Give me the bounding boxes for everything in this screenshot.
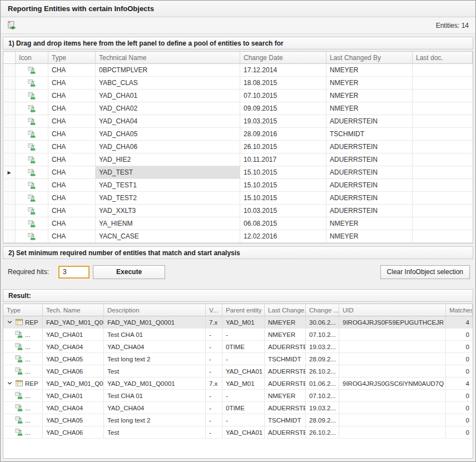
result-section-header: Result: — [3, 289, 473, 302]
type-cell: CHA — [48, 115, 96, 127]
execute-button[interactable]: Execute — [93, 265, 165, 279]
technical-name-cell: YAD_TEST1 — [96, 179, 240, 191]
cha-flask-icon — [28, 130, 36, 138]
result-child-row[interactable]: ...YAD_CHA04YAD_CHA04-0TIMEADUERRSTE...1… — [3, 402, 473, 414]
change-date-cell: 26.10.2... — [306, 365, 339, 377]
result-header-last-changed[interactable]: Last Change... — [265, 304, 306, 316]
result-table: Type Tech. Name Description V... Parent … — [3, 304, 473, 459]
cha-flask-icon — [28, 66, 36, 74]
type-label: REP — [25, 380, 38, 387]
result-header-matches[interactable]: Matches — [446, 304, 473, 316]
pool-table-row[interactable]: CHAYAD_CHA0528.09.2016TSCHMIDT — [3, 128, 473, 141]
pool-table-row[interactable]: CHAYAD_CHA0419.03.2015ADUERRSTEIN — [3, 115, 473, 128]
report-icon — [15, 318, 23, 326]
technical-name-cell: YAD_CHA01 — [96, 90, 240, 102]
pool-table-row[interactable]: ▶CHAYAD_TEST15.10.2015ADUERRSTEIN — [3, 166, 473, 179]
cha-flask-icon — [28, 207, 36, 215]
uid-cell: 9IROG4JRJS0F59EPUGUTHCEJR — [339, 316, 446, 328]
result-header-description[interactable]: Description — [104, 304, 206, 316]
result-section: Result: Type Tech. Name Description V...… — [1, 286, 475, 461]
description-cell: Test long text 2 — [104, 414, 206, 426]
pool-table-header-row: Icon Type Technical Name Change Date Las… — [3, 52, 473, 64]
cha-flask-icon — [15, 404, 23, 412]
type-cell: REP — [3, 316, 43, 328]
pool-header-last-changed-by[interactable]: Last Changed By — [326, 52, 413, 63]
pool-table-row[interactable]: CHA0BPCTMPLVER17.12.2014NMEYER — [3, 64, 473, 77]
pool-table-row[interactable]: CHAYAD_TEST115.10.2015ADUERRSTEIN — [3, 179, 473, 192]
pool-header-last-doc[interactable]: Last doc. — [413, 52, 473, 63]
cha-flask-icon — [28, 143, 36, 151]
last-changed-by-cell: ADUERRSTEIN — [326, 205, 413, 217]
version-cell: - — [206, 402, 222, 414]
required-hits-input[interactable] — [58, 266, 90, 279]
pool-table-row[interactable]: CHAYAD_CHA0107.10.2015NMEYER — [3, 90, 473, 102]
cha-flask-icon — [28, 181, 36, 190]
version-cell: - — [206, 390, 222, 401]
pool-header-type[interactable]: Type — [48, 52, 96, 63]
result-header-version[interactable]: V... — [206, 304, 222, 316]
result-child-row[interactable]: ...YAD_CHA04YAD_CHA04-0TIMEADUERRSTE...1… — [3, 341, 473, 353]
pool-section-header: 1) Drag and drop items here from the lef… — [3, 37, 473, 49]
pool-table-row[interactable]: CHAYAD_CHA0626.10.2015ADUERRSTEIN — [3, 141, 473, 153]
result-child-row[interactable]: ...YAD_CHA06Test-YAD_CHA01ADUERRSTE...26… — [3, 365, 473, 377]
pool-table-row[interactable]: CHAYA_HIENM06.08.2015NMEYER — [3, 217, 473, 230]
result-header-uid[interactable]: UID — [339, 304, 446, 316]
matches-cell: 0 — [446, 353, 473, 365]
last-changed-by-cell: ADUERRSTE... — [265, 402, 306, 414]
result-child-row[interactable]: ...YAD_CHA05Test long text 2--TSCHMIDT28… — [3, 414, 473, 426]
pool-section-title: 1) Drag and drop items here from the lef… — [8, 39, 284, 47]
pool-table-row[interactable]: CHAYAD_XXLT310.03.2015ADUERRSTEIN — [3, 205, 473, 217]
cha-flask-icon — [28, 105, 36, 113]
pool-header-technical-name[interactable]: Technical Name — [96, 52, 240, 63]
result-parent-row[interactable]: REPYAD_YAD_M01_Q0001YAD_YAD_M01_Q00017.x… — [3, 377, 473, 390]
pool-table-row[interactable]: CHAYACN_CASE12.02.2016NMEYER — [3, 230, 473, 243]
row-selector — [3, 77, 16, 89]
last-changed-by-cell: ADUERRSTE... — [265, 426, 306, 438]
pool-table-row[interactable]: CHAYAD_CHA0209.09.2015NMEYER — [3, 102, 473, 115]
result-header-type[interactable]: Type — [3, 304, 43, 316]
row-selector: ▶ — [3, 166, 16, 178]
technical-name-cell: YAD_XXLT3 — [96, 205, 240, 217]
row-selector — [3, 128, 16, 140]
row-selector — [3, 217, 16, 230]
icon-cell — [16, 153, 48, 166]
cha-flask-icon — [28, 194, 36, 202]
collapse-toggle-icon[interactable] — [6, 380, 13, 386]
type-cell: CHA — [48, 77, 96, 89]
parent-entity-cell: - — [222, 353, 265, 365]
matches-cell: 4 — [446, 377, 473, 389]
required-hits-label: Required hits: — [8, 268, 49, 276]
parent-entity-cell: - — [222, 414, 265, 426]
result-child-row[interactable]: ...YAD_CHA01Test CHA 01--NMEYER07.10.2..… — [3, 329, 473, 341]
result-child-row[interactable]: ...YAD_CHA05Test long text 2--TSCHMIDT28… — [3, 353, 473, 365]
description-cell: Test CHA 01 — [104, 329, 206, 340]
change-date-cell: 09.09.2015 — [240, 102, 326, 115]
type-cell: CHA — [48, 166, 96, 178]
result-header-change-date[interactable]: Change ... — [306, 304, 339, 316]
description-cell: FAD_YAD_M01_Q0001 — [104, 316, 206, 328]
row-selector — [3, 230, 16, 242]
pool-table-row[interactable]: CHAYAD_TEST215.10.2015ADUERRSTEIN — [3, 192, 473, 205]
last-doc-cell — [413, 217, 473, 230]
pool-header-change-date[interactable]: Change Date — [240, 52, 326, 63]
collapse-toggle-icon[interactable] — [6, 319, 13, 325]
result-header-tech-name[interactable]: Tech. Name — [43, 304, 104, 316]
type-cell: ... — [3, 329, 43, 340]
type-label: ... — [25, 368, 31, 375]
tech-name-cell: YAD_CHA01 — [43, 329, 104, 340]
result-parent-row[interactable]: REPFAD_YAD_M01_Q0001FAD_YAD_M01_Q00017.x… — [3, 316, 473, 329]
uid-cell — [339, 402, 446, 414]
type-cell: CHA — [48, 102, 96, 115]
pool-header-icon[interactable]: Icon — [16, 52, 48, 63]
result-child-row[interactable]: ...YAD_CHA06Test-YAD_CHA01ADUERRSTE...26… — [3, 426, 473, 439]
description-cell: Test CHA 01 — [104, 390, 206, 401]
clear-infoobject-selection-button[interactable]: Clear InfoObject selection — [380, 265, 470, 279]
pool-table-row[interactable]: CHAYABC_CLAS18.08.2015NMEYER — [3, 77, 473, 90]
change-date-cell: 28.09.2... — [306, 414, 339, 426]
result-child-row[interactable]: ...YAD_CHA01Test CHA 01--NMEYER07.10.2..… — [3, 390, 473, 402]
pool-table-row[interactable]: CHAYAD_HIE210.11.2017ADUERRSTEIN — [3, 153, 473, 166]
export-table-button[interactable] — [5, 19, 18, 32]
last-changed-by-cell: NMEYER — [326, 217, 413, 230]
type-label: ... — [25, 417, 31, 424]
result-header-parent-entity[interactable]: Parent entity — [222, 304, 265, 316]
